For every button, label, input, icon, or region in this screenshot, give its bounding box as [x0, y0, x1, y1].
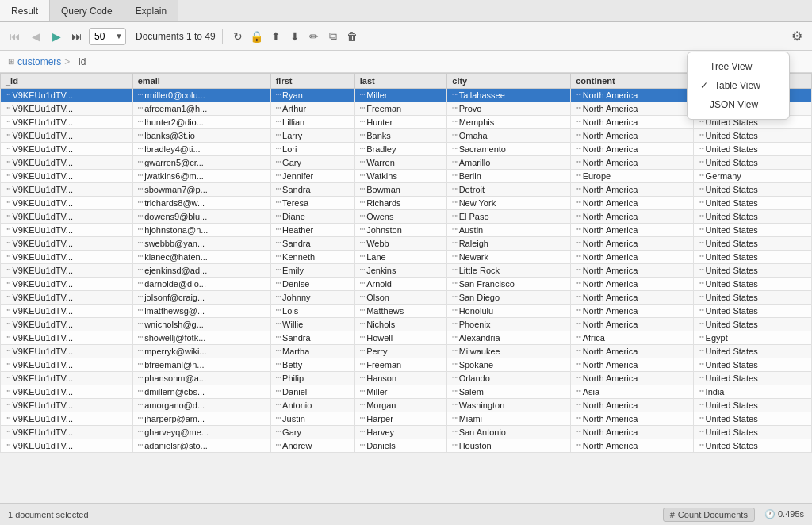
cell-type-icon: "" [452, 308, 457, 316]
table-cell: ""V9KEUu1dTV... [1, 358, 133, 372]
data-table-container[interactable]: _id email first last city continent coun… [0, 73, 812, 503]
table-view-option[interactable]: Table View [688, 76, 789, 95]
table-row[interactable]: ""V9KEUu1dTV...""dowens9@blu...""Diane""… [1, 210, 812, 224]
cell-type-icon: "" [360, 146, 365, 154]
table-cell: ""United States [694, 426, 812, 439]
table-row[interactable]: ""V9KEUu1dTV...""wnicholsh@g...""Willie"… [1, 318, 812, 331]
table-row[interactable]: ""V9KEUu1dTV...""adanielsr@sto...""Andre… [1, 439, 812, 453]
table-row[interactable]: ""V9KEUu1dTV...""gharveyq@me...""Gary""H… [1, 426, 812, 439]
table-row[interactable]: ""V9KEUu1dTV...""lbanks@3t.io""Larry""Ba… [1, 129, 812, 143]
table-row[interactable]: ""V9KEUu1dTV...""lmatthewsg@...""Lois""M… [1, 305, 812, 318]
cell-type-icon: "" [276, 389, 281, 397]
table-row[interactable]: ""V9KEUu1dTV...""hjohnstona@n...""Heathe… [1, 224, 812, 237]
edit-button[interactable]: ✏ [305, 28, 323, 45]
export-button[interactable]: ⬆ [267, 28, 285, 45]
table-cell: ""Andrew [270, 439, 354, 453]
table-cell: ""lbradley4@ti... [132, 143, 270, 156]
table-row[interactable]: ""V9KEUu1dTV...""phansonm@a...""Philip""… [1, 372, 812, 385]
table-cell: ""V9KEUu1dTV... [1, 210, 133, 224]
cell-type-icon: "" [6, 429, 10, 437]
col-header-city[interactable]: city [447, 74, 571, 89]
cell-type-icon: "" [6, 213, 10, 221]
table-row[interactable]: ""V9KEUu1dTV...""swebbb@yan...""Sandra""… [1, 237, 812, 251]
cell-type-icon: "" [6, 348, 10, 356]
table-cell: ""North America [571, 143, 694, 156]
cell-type-icon: "" [6, 281, 10, 289]
count-docs-button[interactable]: # Count Documents [663, 508, 755, 522]
cell-type-icon: "" [452, 267, 457, 275]
json-view-option[interactable]: JSON View [688, 95, 789, 114]
view-options-button[interactable]: ⚙ [788, 28, 806, 45]
page-size-select[interactable]: 50 100 200 [89, 28, 126, 45]
breadcrumb-collection[interactable]: customers [17, 56, 61, 67]
table-cell: ""V9KEUu1dTV... [1, 439, 133, 453]
cell-type-icon: "" [138, 92, 143, 100]
table-cell: ""Daniel [270, 385, 354, 399]
table-row[interactable]: ""V9KEUu1dTV...""mperryk@wiki...""Martha… [1, 345, 812, 358]
table-cell: ""lmatthewsg@... [132, 305, 270, 318]
cell-type-icon: "" [576, 146, 580, 154]
cell-type-icon: "" [360, 281, 365, 289]
table-cell: ""United States [694, 305, 812, 318]
table-row[interactable]: ""V9KEUu1dTV...""trichards8@w...""Teresa… [1, 197, 812, 210]
first-page-button[interactable]: ⏮ [6, 28, 24, 45]
col-header-id[interactable]: _id [1, 74, 133, 89]
prev-page-button[interactable]: ◀ [27, 28, 44, 45]
table-cell: ""San Antonio [447, 426, 571, 439]
table-row[interactable]: ""V9KEUu1dTV...""gwarren5@cr...""Gary""W… [1, 156, 812, 170]
refresh-button[interactable]: ↻ [229, 28, 247, 45]
table-cell: ""Freeman [354, 102, 446, 116]
table-row[interactable]: ""V9KEUu1dTV...""bfreemanl@n...""Betty""… [1, 358, 812, 372]
cell-type-icon: "" [6, 227, 10, 235]
table-row[interactable]: ""V9KEUu1dTV...""ejenkinsd@ad...""Emily"… [1, 264, 812, 278]
tab-query-code[interactable]: Query Code [50, 0, 124, 21]
col-header-last[interactable]: last [354, 74, 446, 89]
table-row[interactable]: ""V9KEUu1dTV...""sbowman7@p...""Sandra""… [1, 183, 812, 197]
last-page-button[interactable]: ⏭ [68, 28, 86, 45]
table-row[interactable]: ""V9KEUu1dTV...""jolsonf@craig...""Johnn… [1, 291, 812, 305]
table-cell: ""V9KEUu1dTV... [1, 345, 133, 358]
table-row[interactable]: ""V9KEUu1dTV...""klanec@haten...""Kennet… [1, 251, 812, 264]
tab-result[interactable]: Result [0, 0, 50, 21]
cell-type-icon: "" [276, 335, 281, 343]
delete-button[interactable]: 🗑 [343, 28, 361, 45]
cell-type-icon: "" [6, 443, 10, 450]
table-cell: ""Omaha [447, 129, 571, 143]
col-header-first[interactable]: first [270, 74, 354, 89]
cell-type-icon: "" [699, 240, 703, 248]
table-row[interactable]: ""V9KEUu1dTV...""jwatkins6@m...""Jennife… [1, 170, 812, 183]
copy-button[interactable]: ⧉ [324, 28, 342, 45]
table-cell: ""United States [694, 399, 812, 412]
col-header-continent[interactable]: continent [571, 74, 694, 89]
tab-explain[interactable]: Explain [124, 0, 178, 21]
table-cell: ""Betty [270, 358, 354, 372]
cell-type-icon: "" [576, 281, 580, 289]
cell-type-icon: "" [276, 200, 281, 208]
import-button[interactable]: ⬇ [286, 28, 304, 45]
col-header-email[interactable]: email [132, 74, 270, 89]
tree-view-option[interactable]: Tree View [688, 57, 789, 76]
cell-type-icon: "" [576, 348, 580, 356]
table-row[interactable]: ""V9KEUu1dTV...""darnolde@dio...""Denise… [1, 278, 812, 291]
table-cell: ""Lois [270, 305, 354, 318]
table-row[interactable]: ""V9KEUu1dTV...""dmillern@cbs...""Daniel… [1, 385, 812, 399]
table-cell: ""United States [694, 412, 812, 426]
cell-type-icon: "" [576, 308, 580, 316]
cell-type-icon: "" [276, 159, 281, 167]
table-row[interactable]: ""V9KEUu1dTV...""jharperp@am...""Justin"… [1, 412, 812, 426]
lock-button[interactable]: 🔒 [248, 28, 266, 45]
cell-type-icon: "" [360, 402, 365, 410]
table-row[interactable]: ""V9KEUu1dTV...""showellj@fotk...""Sandr… [1, 331, 812, 345]
table-cell: ""North America [571, 372, 694, 385]
cell-type-icon: "" [360, 362, 365, 370]
cell-type-icon: "" [138, 119, 143, 127]
table-row[interactable]: ""V9KEUu1dTV...""lbradley4@ti...""Lori""… [1, 143, 812, 156]
table-row[interactable]: ""V9KEUu1dTV...""amorgano@d...""Antonio"… [1, 399, 812, 412]
cell-type-icon: "" [576, 267, 580, 275]
cell-type-icon: "" [699, 335, 703, 343]
next-page-button[interactable]: ▶ [48, 28, 65, 45]
breadcrumb-separator: > [64, 56, 70, 67]
table-cell: ""Sandra [270, 331, 354, 345]
table-cell: ""Raleigh [447, 237, 571, 251]
table-cell: ""Johnny [270, 291, 354, 305]
